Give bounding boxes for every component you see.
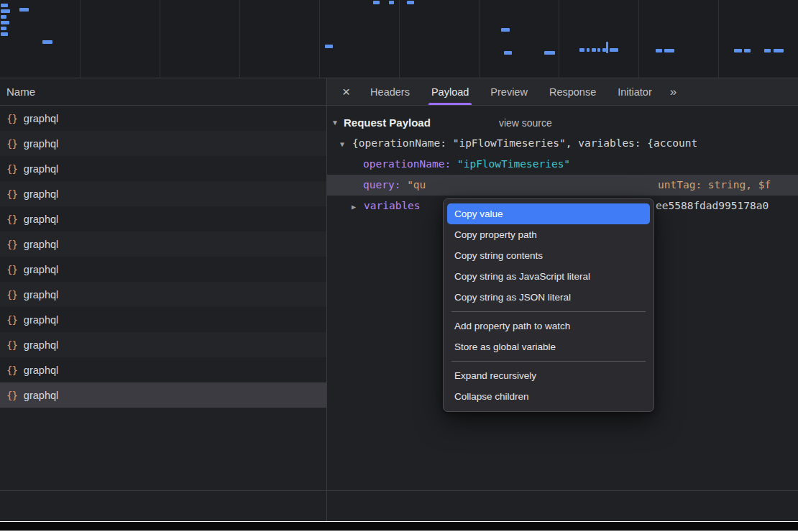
menu-separator bbox=[451, 361, 646, 362]
request-name: graphql bbox=[24, 163, 58, 175]
overview-gridline bbox=[239, 0, 240, 78]
overview-request-bar bbox=[587, 48, 590, 52]
property-key: query: bbox=[363, 179, 400, 191]
request-row[interactable]: {}graphql bbox=[0, 131, 326, 156]
tab-preview[interactable]: Preview bbox=[480, 78, 538, 105]
name-column-label: Name bbox=[6, 86, 35, 98]
json-braces-icon: {} bbox=[6, 314, 17, 326]
json-braces-icon: {} bbox=[6, 264, 17, 275]
request-name: graphql bbox=[24, 289, 58, 301]
overview-request-bar bbox=[592, 48, 596, 52]
overview-request-bar bbox=[1, 4, 8, 7]
overview-gridline bbox=[160, 0, 160, 78]
overview-request-bar bbox=[544, 51, 555, 55]
overview-gridline bbox=[559, 0, 559, 78]
overview-request-bar bbox=[19, 8, 29, 12]
object-preview: {operationName: "ipFlowTimeseries", vari… bbox=[352, 137, 697, 149]
property-value-end: untTag: string, $f bbox=[658, 175, 771, 196]
tab-initiator[interactable]: Initiator bbox=[607, 78, 663, 105]
overview-gridline bbox=[718, 0, 719, 78]
property-value: "ipFlowTimeseries" bbox=[457, 158, 570, 170]
json-braces-icon: {} bbox=[6, 188, 17, 200]
json-braces-icon: {} bbox=[6, 239, 17, 250]
more-tabs-icon[interactable]: » bbox=[670, 85, 677, 99]
request-name: graphql bbox=[24, 239, 58, 250]
menu-item-store-global[interactable]: Store as global variable bbox=[447, 336, 650, 357]
disclosure-triangle-icon[interactable]: ▼ bbox=[331, 119, 340, 127]
menu-item-expand-recursively[interactable]: Expand recursively bbox=[447, 365, 650, 386]
overview-request-bar bbox=[579, 48, 584, 52]
overview-request-bar bbox=[610, 48, 618, 52]
request-name: graphql bbox=[24, 364, 58, 376]
menu-item-add-watch[interactable]: Add property path to watch bbox=[447, 316, 650, 336]
menu-item-copy-property-path[interactable]: Copy property path bbox=[447, 224, 650, 245]
menu-item-copy-string-json-literal[interactable]: Copy string as JSON literal bbox=[447, 287, 650, 308]
close-icon[interactable]: × bbox=[333, 84, 359, 100]
overview-gridline bbox=[319, 0, 320, 78]
name-column-header[interactable]: Name bbox=[0, 78, 326, 106]
json-braces-icon: {} bbox=[6, 390, 17, 401]
json-braces-icon: {} bbox=[6, 364, 17, 376]
overview-request-bar bbox=[744, 49, 751, 52]
request-name: graphql bbox=[24, 113, 58, 124]
request-row[interactable]: {}graphql bbox=[0, 257, 326, 282]
overview-gridline bbox=[80, 0, 81, 78]
request-row[interactable]: {}graphql bbox=[0, 357, 326, 382]
disclosure-triangle-icon[interactable]: ▶ bbox=[352, 196, 360, 216]
menu-item-copy-value[interactable]: Copy value bbox=[447, 203, 650, 224]
overview-request-bar bbox=[42, 40, 52, 44]
overview-request-bar bbox=[504, 51, 512, 55]
detail-footer bbox=[327, 490, 798, 521]
overview-request-bar bbox=[734, 49, 742, 52]
property-key: operationName: bbox=[363, 158, 451, 170]
request-row[interactable]: {}graphql bbox=[0, 307, 326, 332]
overview-gridline bbox=[479, 0, 480, 78]
request-name: graphql bbox=[24, 339, 58, 351]
request-list: {}graphql {}graphql {}graphql {}graphql … bbox=[0, 106, 326, 490]
request-row[interactable]: {}graphql bbox=[0, 332, 326, 357]
json-braces-icon: {} bbox=[6, 163, 17, 175]
request-name: graphql bbox=[24, 138, 58, 150]
overview-request-bar bbox=[325, 45, 333, 48]
request-name: graphql bbox=[24, 188, 58, 200]
overview-request-bar bbox=[501, 28, 510, 32]
request-row-selected[interactable]: {}graphql bbox=[0, 382, 326, 408]
variables-preview-end: ee5588fdad995178a0 bbox=[656, 196, 769, 216]
overview-request-bar bbox=[407, 1, 414, 4]
operation-name-row[interactable]: operationName: "ipFlowTimeseries" bbox=[327, 154, 798, 175]
query-row-selected[interactable]: query: "qu untTag: string, $f bbox=[327, 175, 798, 196]
payload-root-row[interactable]: ▼{operationName: "ipFlowTimeseries", var… bbox=[327, 133, 798, 154]
view-source-link[interactable]: view source bbox=[499, 117, 552, 129]
tab-headers[interactable]: Headers bbox=[359, 78, 421, 105]
request-row[interactable]: {}graphql bbox=[0, 282, 326, 307]
request-row[interactable]: {}graphql bbox=[0, 106, 326, 131]
overview-request-bar bbox=[664, 49, 674, 52]
request-row[interactable]: {}graphql bbox=[0, 181, 326, 206]
overview-request-bar bbox=[1, 9, 10, 13]
menu-item-copy-string-contents[interactable]: Copy string contents bbox=[447, 245, 650, 266]
tab-response[interactable]: Response bbox=[538, 78, 607, 105]
request-row[interactable]: {}graphql bbox=[0, 231, 326, 257]
disclosure-triangle-icon[interactable]: ▼ bbox=[340, 134, 349, 154]
overview-request-bar bbox=[656, 49, 662, 52]
overview-request-bar bbox=[1, 15, 6, 19]
menu-item-collapse-children[interactable]: Collapse children bbox=[447, 386, 650, 407]
request-row[interactable]: {}graphql bbox=[0, 156, 326, 181]
network-overview-timeline[interactable] bbox=[0, 0, 798, 78]
tab-payload[interactable]: Payload bbox=[421, 78, 480, 105]
context-menu: Copy value Copy property path Copy strin… bbox=[443, 198, 654, 412]
json-braces-icon: {} bbox=[6, 138, 17, 150]
overview-request-bar bbox=[597, 48, 600, 52]
json-braces-icon: {} bbox=[6, 214, 17, 225]
menu-separator bbox=[451, 311, 646, 312]
menu-item-copy-string-js-literal[interactable]: Copy string as JavaScript literal bbox=[447, 266, 650, 287]
overview-request-bar bbox=[764, 49, 771, 52]
overview-request-bar bbox=[1, 32, 8, 36]
property-key: variables bbox=[364, 200, 421, 211]
json-braces-icon: {} bbox=[6, 113, 17, 124]
request-list-panel: Name {}graphql {}graphql {}graphql {}gra… bbox=[0, 78, 327, 521]
network-main-split: Name {}graphql {}graphql {}graphql {}gra… bbox=[0, 78, 798, 521]
request-row[interactable]: {}graphql bbox=[0, 206, 326, 231]
bottom-bar bbox=[0, 522, 798, 531]
overview-request-bar bbox=[1, 27, 6, 30]
